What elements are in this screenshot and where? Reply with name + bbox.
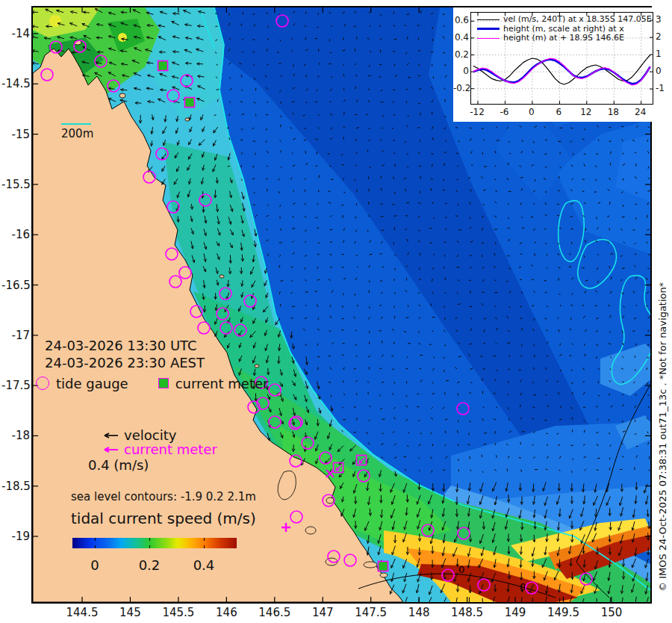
vector-scale-label: 0.4 (m/s) bbox=[88, 458, 149, 472]
tide-gauge-label: tide gauge bbox=[56, 376, 128, 391]
current-meter-vector-label: current meter bbox=[124, 442, 217, 456]
y-tick-label: -16.5 bbox=[1, 279, 30, 292]
x-tick-label: 149 bbox=[493, 606, 538, 619]
y-tick-label: -18.5 bbox=[1, 480, 30, 493]
y-tick-label: -14.5 bbox=[1, 77, 30, 90]
inset-x-tick: -6 bbox=[494, 107, 516, 117]
x-tick-label: 148 bbox=[396, 606, 441, 619]
current-meter-icon bbox=[158, 378, 169, 388]
current-meter-label: current meter bbox=[175, 376, 269, 391]
depth-scale-label: 200m bbox=[61, 127, 93, 140]
y-tick-label: -17 bbox=[1, 329, 30, 342]
inset-legend-row: vel (m/s, 240T) at x 18.35S 147.05E bbox=[477, 15, 652, 25]
colorbar-tick-label: 0.2 bbox=[127, 557, 172, 573]
x-tick-label: 148.5 bbox=[445, 606, 490, 619]
y-tick-label: -15.5 bbox=[1, 178, 30, 191]
x-tick-label: 145 bbox=[108, 606, 152, 619]
inset-left-tick: 0.2 bbox=[453, 49, 469, 60]
legend-line-swatch bbox=[477, 19, 500, 20]
y-tick-label: -14 bbox=[1, 27, 30, 40]
x-tick-label: 147 bbox=[300, 606, 345, 619]
inset-right-tick: 3 bbox=[656, 14, 671, 25]
inset-left-tick: 0.4 bbox=[453, 32, 469, 43]
speed-yellow-spot bbox=[118, 33, 127, 42]
sea-level-contour-note: sea level contours: -1.9 0.2 2.1m bbox=[71, 490, 256, 503]
colorbar-title: tidal current speed (m/s) bbox=[71, 509, 256, 527]
inset-left-tick: 0 bbox=[453, 66, 469, 76]
y-tick-label: -17.5 bbox=[1, 379, 30, 392]
inset-right-tick: 2 bbox=[656, 31, 671, 42]
inset-chart-panel[interactable]: vel (m/s, 240T) at x 18.35S 147.05Eheigh… bbox=[453, 7, 670, 122]
velocity-label: velocity bbox=[124, 428, 176, 442]
colorbar-tick-label: 0.4 bbox=[181, 557, 226, 573]
inset-x-tick: 0 bbox=[520, 107, 543, 117]
current-meter-arrow-icon bbox=[100, 446, 119, 453]
inset-legend-label: vel (m/s, 240T) at x 18.35S 147.05E bbox=[503, 15, 652, 25]
inset-right-tick: 0 bbox=[656, 66, 671, 76]
y-tick-label: -15 bbox=[1, 128, 30, 141]
inset-left-tick: 0.6 bbox=[453, 15, 469, 25]
y-tick-label: -18 bbox=[1, 429, 30, 442]
inset-right-tick: 1 bbox=[656, 49, 671, 59]
x-tick-label: 144.5 bbox=[60, 606, 105, 619]
vector-legend: velocity current meter 0.4 (m/s) bbox=[100, 428, 217, 472]
current-meter-marker[interactable] bbox=[158, 61, 168, 71]
x-tick-label: 146.5 bbox=[252, 606, 297, 619]
colorbar bbox=[72, 538, 237, 548]
x-tick-label: 147.5 bbox=[349, 606, 393, 619]
inset-x-tick: 18 bbox=[602, 107, 624, 117]
inset-left-tick: -0.2 bbox=[453, 83, 469, 93]
current-meter-marker[interactable] bbox=[185, 98, 195, 108]
legend-line-swatch bbox=[477, 38, 500, 39]
inset-legend-row: height (m) at + 18.9S 146.6E bbox=[477, 34, 652, 43]
timestamp-utc: 24-03-2026 13:30 UTC bbox=[45, 337, 205, 354]
inset-legend: vel (m/s, 240T) at x 18.35S 147.05Eheigh… bbox=[477, 15, 652, 43]
inset-x-tick: 24 bbox=[629, 107, 652, 117]
velocity-arrow-icon bbox=[100, 432, 119, 439]
station-legend: tide gauge current meter bbox=[36, 375, 268, 391]
x-tick-label: 150 bbox=[589, 606, 634, 619]
colorbar-tick-label: 0 bbox=[72, 557, 117, 573]
x-tick-label: 145.5 bbox=[156, 606, 201, 619]
x-tick-label: 146 bbox=[204, 606, 249, 619]
inset-x-tick: 6 bbox=[547, 107, 570, 117]
tidal-current-map-app: { "map": { "timestamp_utc": "24-03-2026 … bbox=[0, 0, 672, 623]
inset-right-tick: -1 bbox=[656, 83, 671, 93]
credit-text: © IMOS 24-Oct-2025 07:38:31 out71_13c . … bbox=[657, 282, 668, 592]
inset-plot-area: vel (m/s, 240T) at x 18.35S 147.05Eheigh… bbox=[470, 12, 653, 105]
y-tick-label: -16 bbox=[1, 228, 30, 241]
x-tick-label: 149.5 bbox=[541, 606, 586, 619]
timestamp-local: 24-03-2026 23:30 AEST bbox=[45, 354, 205, 371]
legend-line-swatch bbox=[477, 28, 500, 30]
y-tick-label: -19 bbox=[1, 530, 30, 543]
inset-x-tick: 12 bbox=[575, 107, 597, 117]
inset-x-tick: -12 bbox=[466, 107, 488, 117]
current-meter-marker[interactable] bbox=[379, 562, 388, 571]
tide-gauge-icon bbox=[36, 376, 49, 390]
inset-legend-label: height (m) at + 18.9S 146.6E bbox=[503, 34, 624, 43]
depth-scale-line bbox=[61, 123, 91, 125]
svg-text:0: 0 bbox=[458, 564, 464, 575]
timestamp-block: 24-03-2026 13:30 UTC 24-03-2026 23:30 AE… bbox=[45, 337, 205, 371]
